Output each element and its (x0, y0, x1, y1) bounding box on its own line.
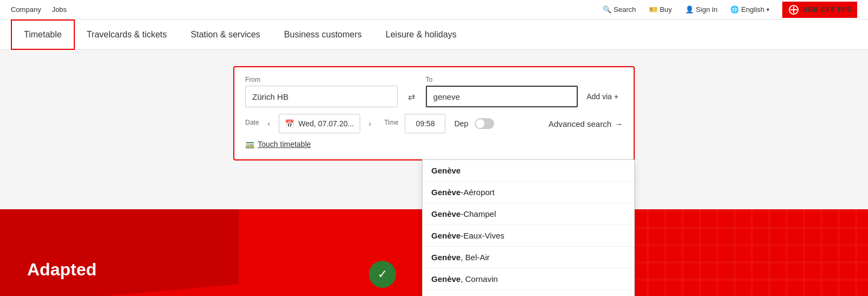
search-wrapper: From ⇄ To Add via + Date ‹ (233, 66, 635, 160)
jobs-link[interactable]: Jobs (52, 5, 67, 14)
dropdown-item[interactable]: Genève, Place de Neuve (423, 290, 634, 296)
chevron-down-icon: ▾ (767, 7, 769, 12)
add-via-button[interactable]: Add via + (582, 86, 623, 107)
sbb-logo: SBB CFF FFS (782, 2, 857, 18)
search-container: From ⇄ To Add via + Date ‹ (233, 66, 635, 160)
dropdown-item-rest: -Aéroport (461, 188, 495, 197)
touch-timetable-label: Touch timetable (258, 140, 311, 149)
date-value: Wed, 07.07.20... (298, 119, 354, 128)
sbb-logo-icon (788, 4, 800, 16)
train-icon: 🚃 (245, 140, 254, 149)
dropdown-item-bold: Genève (431, 166, 461, 175)
dropdown-item[interactable]: Genève (423, 160, 634, 182)
nav-item-business[interactable]: Business customers (272, 20, 374, 50)
to-label: To (426, 76, 578, 83)
language-selector[interactable]: 🌐 English ▾ (730, 5, 769, 14)
from-label: From (245, 76, 398, 83)
nav-item-timetable[interactable]: Timetable (11, 20, 75, 50)
buy-link[interactable]: 🎫 Buy (649, 5, 672, 14)
to-field-group: To (426, 76, 578, 107)
top-bar-right: 🔍 Search 🎫 Buy 👤 Sign in 🌐 English ▾ SBB… (603, 2, 857, 18)
dropdown-item[interactable]: Genève-Aéroport (423, 182, 634, 203)
from-field-group: From (245, 76, 398, 107)
dropdown-item-rest: -Eaux-Vives (461, 231, 505, 240)
dropdown-item[interactable]: Genève-Eaux-Vives (423, 225, 634, 247)
search-link[interactable]: 🔍 Search (603, 5, 636, 14)
next-date-button[interactable]: › (367, 118, 374, 129)
time-label: Time (384, 119, 398, 126)
hero-text: Adapted (27, 260, 97, 280)
top-bar: Company Jobs 🔍 Search 🎫 Buy 👤 Sign in 🌐 … (0, 0, 868, 20)
dropdown-item-rest: , Bel-Air (461, 253, 489, 262)
calendar-icon: 📅 (285, 119, 294, 128)
swap-button[interactable]: ⇄ (402, 86, 422, 107)
nav-bar: Timetable Travelcards & tickets Station … (0, 20, 868, 50)
top-bar-left: Company Jobs (11, 5, 67, 14)
dropdown-item-rest: -Champel (461, 209, 496, 218)
dropdown-item-bold: Genève (431, 188, 461, 197)
signin-icon: 👤 (685, 5, 694, 14)
plus-icon: + (614, 92, 618, 101)
dropdown-item-bold: Genève (431, 274, 461, 284)
advanced-search-label: Advanced search (548, 119, 611, 128)
search-row-2: Date ‹ 📅 Wed, 07.07.20... › Time Dep Adv… (245, 114, 623, 133)
nav-item-travelcards[interactable]: Travelcards & tickets (75, 20, 179, 50)
add-via-label: Add via (586, 92, 612, 101)
nav-item-stations[interactable]: Station & services (179, 20, 272, 50)
check-icon-1: ✓ (378, 267, 387, 281)
globe-icon: 🌐 (730, 5, 739, 14)
dropdown: GenèveGenève-AéroportGenève-ChampelGenèv… (422, 159, 635, 296)
signin-link[interactable]: 👤 Sign in (685, 5, 718, 14)
buy-icon: 🎫 (649, 5, 658, 14)
cross-pattern (597, 209, 868, 296)
dropdown-item[interactable]: Genève, Cornavin (423, 268, 634, 290)
from-input[interactable] (245, 86, 398, 107)
time-input[interactable] (405, 114, 445, 133)
nav-item-leisure[interactable]: Leisure & holidays (374, 20, 469, 50)
main-content: From ⇄ To Add via + Date ‹ (0, 50, 868, 296)
dep-arr-toggle[interactable] (475, 118, 494, 129)
search-row-1: From ⇄ To Add via + (245, 76, 623, 107)
arrow-right-icon: → (615, 119, 623, 128)
dropdown-item-bold: Genève (431, 253, 461, 262)
touch-timetable-link[interactable]: 🚃 Touch timetable (245, 140, 623, 149)
advanced-search-link[interactable]: Advanced search → (548, 119, 623, 128)
dropdown-item-bold: Genève (431, 209, 461, 218)
dep-label: Dep (454, 119, 468, 128)
green-check-1: ✓ (369, 261, 396, 288)
dropdown-item-rest: , Cornavin (461, 274, 497, 284)
date-label: Date (245, 119, 259, 126)
dropdown-item-bold: Genève (431, 231, 461, 240)
dropdown-item[interactable]: Genève, Bel-Air (423, 247, 634, 268)
to-input[interactable] (426, 86, 578, 107)
date-field[interactable]: 📅 Wed, 07.07.20... (279, 114, 360, 133)
search-icon: 🔍 (603, 5, 611, 14)
prev-date-button[interactable]: ‹ (265, 118, 272, 129)
dropdown-item[interactable]: Genève-Champel (423, 203, 634, 225)
company-link[interactable]: Company (11, 5, 41, 14)
swap-icon: ⇄ (408, 92, 415, 102)
